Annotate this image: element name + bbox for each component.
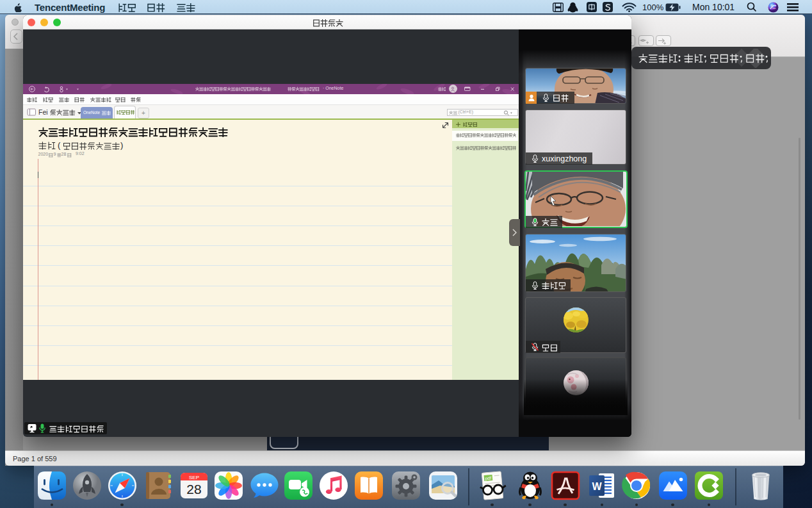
svg-text:W: W [592,481,602,492]
svg-text:28: 28 [186,482,201,496]
svg-text:SEP: SEP [188,475,199,480]
